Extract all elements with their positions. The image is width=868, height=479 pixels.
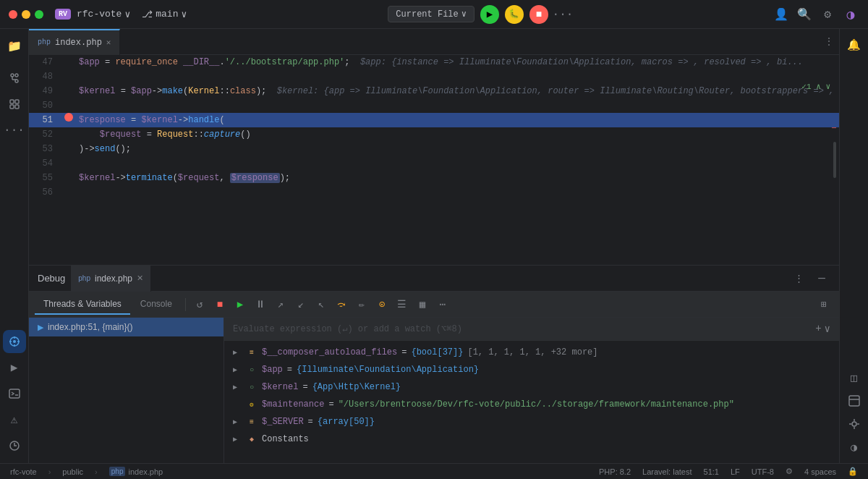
project-name[interactable]: rfc-vote ∨ bbox=[77, 9, 130, 20]
rerun-button[interactable]: ↺ bbox=[190, 295, 209, 314]
status-line-col[interactable]: 51:1 bbox=[699, 467, 723, 476]
right-sidebar: 🔔 ◫ ◑ bbox=[839, 29, 868, 463]
code-line-49: 49 $kernel = $app->make(Kernel::class); … bbox=[29, 84, 839, 98]
var-item-server: ▶ ≡ $_SERVER = {array[50]} bbox=[224, 413, 839, 431]
sidebar-item-vcs[interactable] bbox=[3, 67, 26, 90]
array-type-icon: ≡ bbox=[246, 347, 258, 358]
svg-rect-6 bbox=[15, 100, 19, 103]
maximize-button[interactable] bbox=[35, 10, 43, 19]
right-sidebar-icon-4[interactable]: ◑ bbox=[844, 437, 864, 457]
status-php-version[interactable]: PHP: 8.2 bbox=[595, 467, 635, 476]
sidebar-item-git-log[interactable] bbox=[3, 434, 26, 457]
status-sep2: › bbox=[90, 467, 102, 476]
debug-tab-index[interactable]: php index.php ✕ bbox=[71, 266, 151, 292]
debug-panel-options-icon[interactable]: ⋮ bbox=[790, 270, 807, 287]
toolbar-separator bbox=[185, 298, 186, 311]
right-sidebar-icon-1[interactable]: ◫ bbox=[844, 368, 864, 388]
run-button[interactable]: ▶ bbox=[480, 5, 499, 24]
var-no-expand-icon: ▶ bbox=[233, 400, 242, 409]
sidebar: 📁 ··· bbox=[0, 29, 29, 463]
debug-run-button[interactable]: 🐛 bbox=[505, 5, 524, 24]
step-over-button[interactable]: ↗ bbox=[271, 295, 290, 314]
resume-button[interactable]: ▶ bbox=[231, 295, 250, 314]
tab-threads-variables[interactable]: Threads & Variables bbox=[35, 294, 130, 315]
scrollbar-thumb[interactable] bbox=[833, 142, 836, 178]
string-type-icon: ⚙ bbox=[246, 399, 258, 410]
evaluate-button[interactable]: ✏ bbox=[352, 295, 371, 314]
var-expand-icon[interactable]: ▶ bbox=[233, 417, 242, 426]
add-watch-button[interactable]: + bbox=[815, 323, 821, 335]
status-framework[interactable]: Laravel: latest bbox=[638, 467, 696, 476]
var-expand-icon[interactable]: ▶ bbox=[233, 348, 242, 357]
status-folder[interactable]: public bbox=[58, 467, 88, 476]
stop-button[interactable]: ■ bbox=[529, 5, 548, 24]
search-icon[interactable]: 🔍 bbox=[796, 6, 813, 23]
debug-content: ▶ index.php:51, {main}() Evaluate expres… bbox=[29, 318, 839, 463]
status-encoding[interactable]: UTF-8 bbox=[747, 467, 778, 476]
titlebar: RV rfc-vote ∨ ⎇ main ∨ Current File ∨ ▶ … bbox=[0, 0, 868, 29]
code-editor[interactable]: 47 $app = require_once __DIR__.'/../boot… bbox=[29, 55, 839, 265]
more-options-icon[interactable]: ··· bbox=[554, 6, 571, 23]
code-line-47: 47 $app = require_once __DIR__.'/../boot… bbox=[29, 55, 839, 69]
status-line-ending[interactable]: LF bbox=[726, 467, 744, 476]
sidebar-item-terminal[interactable] bbox=[3, 382, 26, 405]
mute-breakpoints-button[interactable]: ⊙ bbox=[373, 295, 391, 314]
step-out-button[interactable]: ↖ bbox=[312, 295, 331, 314]
var-expand-icon[interactable]: ▶ bbox=[233, 383, 242, 391]
settings-icon[interactable]: ⚙ bbox=[819, 6, 836, 23]
svg-point-10 bbox=[13, 340, 16, 343]
debug-tab-close-icon[interactable]: ✕ bbox=[137, 274, 143, 283]
current-file-selector[interactable]: Current File ∨ bbox=[388, 6, 475, 22]
svg-point-20 bbox=[852, 422, 856, 426]
tab-menu-button[interactable]: ⋮ bbox=[819, 36, 839, 47]
tab-console[interactable]: Console bbox=[132, 294, 181, 315]
var-item-composer: ▶ ≡ $__composer_autoload_files = {bool[3… bbox=[224, 344, 839, 361]
svg-rect-18 bbox=[849, 396, 859, 406]
sidebar-item-problems[interactable]: ⚠ bbox=[3, 408, 26, 431]
var-expand-icon[interactable]: ▶ bbox=[233, 365, 242, 374]
view-list-button[interactable]: ☰ bbox=[393, 295, 412, 314]
theme-icon[interactable]: ◑ bbox=[842, 6, 859, 23]
pause-button[interactable]: ⏸ bbox=[251, 295, 270, 314]
debug-panel-minimize-icon[interactable]: — bbox=[813, 270, 830, 287]
frame-item-main[interactable]: ▶ index.php:51, {main}() bbox=[29, 318, 224, 336]
svg-rect-7 bbox=[10, 105, 14, 109]
step-into-button[interactable]: ↙ bbox=[292, 295, 310, 314]
add-profile-icon[interactable]: 👤 bbox=[773, 6, 790, 23]
more-debug-options[interactable]: ⋯ bbox=[433, 295, 452, 314]
sidebar-item-structure[interactable] bbox=[3, 93, 26, 116]
frame-label: index.php:51, {main}() bbox=[48, 322, 132, 332]
debug-panel: Debug php index.php ✕ ⋮ — Threads & Vari… bbox=[29, 265, 839, 463]
object-type-icon: ○ bbox=[246, 364, 258, 376]
status-indent[interactable]: 4 spaces bbox=[800, 467, 841, 476]
status-settings-icon[interactable]: ⚙ bbox=[781, 467, 797, 476]
notifications-icon[interactable]: 🔔 bbox=[844, 35, 864, 55]
layout-toggle-icon[interactable]: ⊞ bbox=[814, 295, 833, 314]
sidebar-item-run[interactable]: ▶ bbox=[3, 356, 26, 379]
titlebar-center: Current File ∨ ▶ 🐛 ■ ··· bbox=[388, 5, 571, 24]
expand-all-icon[interactable]: ∨ bbox=[825, 323, 830, 335]
view-group-button[interactable]: ▦ bbox=[413, 295, 432, 314]
debug-title: Debug bbox=[38, 273, 65, 284]
expression-buttons: + ∨ bbox=[815, 323, 830, 335]
breakpoint-icon[interactable] bbox=[64, 113, 73, 122]
right-sidebar-icon-3[interactable] bbox=[844, 414, 864, 434]
status-lock-icon[interactable]: 🔒 bbox=[843, 467, 862, 476]
var-expand-icon[interactable]: ▶ bbox=[233, 435, 242, 444]
sidebar-item-debug[interactable] bbox=[3, 330, 26, 353]
status-file[interactable]: php index.php bbox=[105, 467, 167, 476]
minimize-button[interactable] bbox=[22, 10, 30, 19]
sidebar-item-files[interactable]: 📁 bbox=[3, 35, 26, 58]
check-marker: ✓1 ∧ ∨ bbox=[801, 82, 830, 91]
tab-index-php[interactable]: php index.php ✕ bbox=[29, 29, 120, 55]
tab-close-icon[interactable]: ✕ bbox=[106, 38, 111, 47]
right-sidebar-icon-2[interactable] bbox=[844, 391, 864, 411]
run-cursor-button[interactable]: ⤼ bbox=[332, 295, 351, 314]
status-project[interactable]: rfc-vote bbox=[6, 467, 41, 476]
close-button[interactable] bbox=[9, 10, 17, 19]
branch-selector[interactable]: ⎇ main ∨ bbox=[142, 9, 187, 20]
stop-debug-button[interactable]: ■ bbox=[210, 295, 229, 314]
object-type-icon: ○ bbox=[246, 381, 258, 393]
sidebar-item-more[interactable]: ··· bbox=[3, 119, 26, 142]
expression-bar: Evaluate expression (↵) or add a watch (… bbox=[224, 318, 839, 341]
